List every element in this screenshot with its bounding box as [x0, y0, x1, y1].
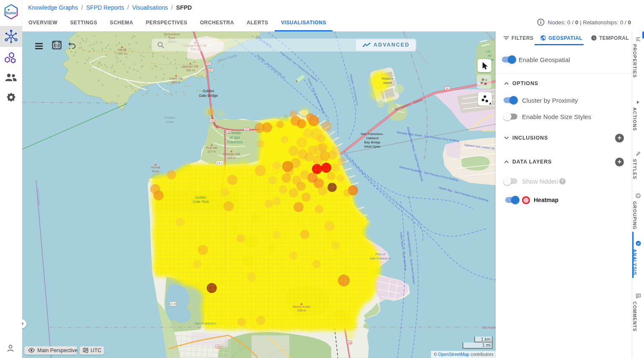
- svg-text:Golden: Golden: [164, 116, 175, 119]
- svg-text:Oakland: Oakland: [366, 136, 379, 140]
- svg-text:sts: sts: [488, 54, 492, 57]
- svg-text:San Francisco–: San Francisco–: [361, 132, 384, 136]
- svg-text:Golden: Golden: [203, 89, 214, 93]
- svg-text:Hawk Hill: Hawk Hill: [169, 77, 183, 80]
- svg-text:Presidio Hill: Presidio Hill: [223, 152, 240, 156]
- svg-text:282 m: 282 m: [186, 68, 195, 72]
- svg-text:San Francis: San Francis: [482, 326, 496, 329]
- svg-text:281 m: 281 m: [172, 80, 181, 84]
- svg-text:West Span: West Span: [364, 145, 381, 148]
- svg-text:San Francisco: San Francisco: [195, 322, 216, 325]
- svg-text:498: 498: [216, 345, 220, 348]
- svg-text:CA 35: CA 35: [170, 303, 177, 305]
- svg-text:of San: of San: [230, 135, 240, 140]
- svg-text:Island: Island: [383, 81, 392, 85]
- svg-text:Loc: Loc: [486, 50, 491, 53]
- svg-text:Slacker Hill: Slacker Hill: [182, 65, 198, 68]
- svg-text:Treasure: Treasure: [381, 77, 393, 80]
- svg-text:442: 442: [206, 62, 210, 65]
- svg-text:San Francisco: San Francisco: [369, 257, 391, 260]
- svg-text:Hill 88: Hill 88: [118, 48, 127, 52]
- svg-text:438: 438: [227, 130, 231, 133]
- svg-text:158 m: 158 m: [297, 309, 306, 312]
- svg-text:117 m: 117 m: [208, 150, 216, 153]
- svg-text:Francisco: Francisco: [227, 140, 243, 144]
- svg-text:Rock: Rock: [152, 169, 159, 173]
- svg-text:421A: 421A: [347, 341, 352, 344]
- svg-text:437: 437: [244, 128, 248, 130]
- svg-text:Gate Bridge: Gate Bridge: [199, 93, 218, 98]
- svg-text:84: 84: [446, 87, 449, 90]
- svg-text:itacion Knob: itacion Knob: [293, 305, 310, 309]
- svg-text:Port of: Port of: [375, 252, 385, 256]
- svg-text:Gate Park: Gate Park: [193, 200, 209, 204]
- svg-text:439: 439: [210, 119, 214, 122]
- svg-text:441: 441: [209, 69, 213, 72]
- svg-text:Golden: Golden: [195, 195, 207, 200]
- svg-text:Rob Hill: Rob Hill: [206, 146, 218, 150]
- svg-text:Gate: Gate: [166, 120, 174, 124]
- svg-text:CA 1: CA 1: [217, 162, 223, 164]
- svg-text:Hermit: Hermit: [151, 166, 161, 169]
- svg-text:?: ?: [561, 179, 564, 184]
- svg-text:118 m: 118 m: [227, 156, 236, 160]
- svg-text:hume: hume: [6, 11, 16, 15]
- svg-text:Bay Bridge: Bay Bridge: [364, 140, 381, 144]
- svg-text:260 m: 260 m: [118, 52, 127, 55]
- svg-text:Richardson: Richardson: [164, 32, 180, 36]
